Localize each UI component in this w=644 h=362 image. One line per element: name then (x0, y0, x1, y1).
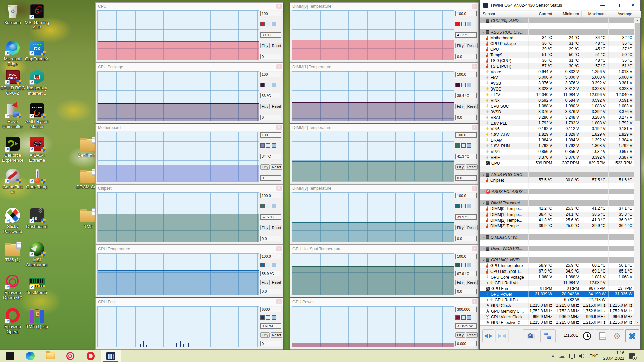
taskbar-opera-button[interactable] (80, 350, 101, 362)
scale-max-input[interactable]: 100 (260, 72, 281, 77)
fit-y-button[interactable]: Fit y (455, 225, 465, 230)
sensor-group-row[interactable]: >Drive: WDS100... (480, 246, 635, 251)
reset-button[interactable]: Reset (466, 332, 478, 338)
desktop-icon-kaspersky[interactable]: ↗KasperskyInternet... (24, 69, 50, 96)
sensor-row[interactable]: DRAM1.384 V1.384 V1.392 V1.384 V (480, 137, 635, 143)
scale-max-input[interactable]: 300.000 (455, 307, 477, 312)
expand-chevron-icon[interactable]: > (486, 281, 490, 285)
grid-color-swatch[interactable] (467, 83, 471, 87)
fit-y-button[interactable]: Fit y (260, 104, 270, 109)
maximize-icon[interactable] (610, 0, 625, 10)
close-icon[interactable]: ✕ (625, 0, 640, 10)
clock-icon[interactable] (580, 329, 594, 342)
fit-y-button[interactable]: Fit y (455, 43, 465, 48)
column-header-current[interactable]: Current (528, 11, 555, 17)
background-color-swatch[interactable] (461, 22, 466, 26)
sensor-row[interactable]: Chipset57.5 °C30.8 °C57.5 °C51.6 °C (480, 177, 635, 183)
scale-min-input[interactable]: 0.0 (455, 289, 477, 294)
grid-color-swatch[interactable] (467, 315, 471, 320)
sensor-group-row[interactable]: vGPU [#0]: NVID... (480, 257, 635, 263)
expand-chevron-icon[interactable]: > (482, 247, 486, 250)
series-color-swatch[interactable] (260, 315, 265, 320)
sensor-row[interactable]: CPU SOC1.088 V1.080 V1.088 V1.083 V (480, 103, 635, 109)
fit-y-button[interactable]: Fit y (455, 332, 465, 338)
desktop-icon-amd-ryzen-master[interactable]: RYZEN↗AMD RyzenMaster (24, 102, 50, 129)
close-icon[interactable]: × (276, 4, 282, 9)
expand-chevron-icon[interactable]: > (486, 298, 490, 302)
reset-button[interactable]: Reset (271, 164, 282, 170)
history-back-forward-icon[interactable] (482, 329, 494, 342)
scale-min-input[interactable]: 0.0 (260, 236, 281, 241)
scale-min-input[interactable]: 0.0 (455, 115, 477, 120)
background-color-swatch[interactable] (266, 315, 270, 320)
column-header-maximum[interactable]: Maximum (582, 11, 608, 17)
series-color-swatch[interactable] (455, 263, 460, 267)
screen-magnifier-icon[interactable] (523, 329, 538, 342)
hidden-icons-chevron-icon[interactable]: ∧ (552, 354, 555, 358)
taskbar-clock[interactable]: 1:16 28.04.2021 (603, 351, 624, 361)
scale-min-input[interactable]: 0.0 (260, 289, 281, 294)
reset-button[interactable]: Reset (271, 104, 282, 109)
scale-min-input[interactable]: 0.000 (455, 341, 477, 346)
sensor-row[interactable]: 1.8V_ALW1.829 V1.829 V1.829 V1.829 V (480, 132, 635, 137)
expand-chevron-icon[interactable]: > (482, 190, 486, 193)
desktop-icon-msi-afterburner[interactable]: ↗MSIAfterburner (24, 241, 50, 267)
reset-button[interactable]: Reset (271, 332, 282, 338)
scale-max-input[interactable]: 100.0 (455, 193, 477, 198)
sensor-row[interactable]: 3VCC3.328 V3.312 V3.328 V3.328 V (480, 86, 635, 92)
taskbar-opera-gx-button[interactable] (60, 350, 80, 362)
close-icon[interactable]: × (276, 299, 282, 304)
reset-button[interactable]: Reset (466, 280, 478, 285)
sensor-group-row[interactable]: vASUS ROG CRO... (480, 172, 635, 177)
sensor-row[interactable]: >GPU Rail Vol...11.984 V12.032 V (480, 280, 635, 286)
desktop-icon-gamefirst[interactable]: ↗GameFirst VI (0, 168, 25, 194)
close-icon[interactable]: × (472, 4, 477, 9)
series-color-swatch[interactable] (260, 204, 265, 208)
background-color-swatch[interactable] (461, 204, 466, 208)
sensor-row[interactable]: 3VSB3.376 V3.376 V3.392 V3.376 V (480, 109, 635, 115)
background-color-swatch[interactable] (461, 315, 466, 320)
grid-color-swatch[interactable] (272, 143, 276, 148)
sensor-row[interactable]: GPU Clock1,215.0 MHz1,215.0 MHz1,215.0 M… (480, 303, 635, 308)
reset-button[interactable]: Reset (466, 225, 478, 230)
close-icon[interactable]: × (472, 125, 477, 130)
background-color-swatch[interactable] (266, 22, 270, 26)
background-color-swatch[interactable] (461, 83, 466, 87)
sensor-table-header[interactable]: SensorCurrentMinimumMaximumAverage (480, 11, 641, 18)
network-icon[interactable] (569, 354, 575, 358)
scale-min-input[interactable]: 0.0 (455, 236, 477, 241)
background-color-swatch[interactable] (266, 263, 270, 267)
grid-color-swatch[interactable] (272, 263, 276, 267)
desktop-icon-dashboard[interactable]: ⚙SS↗Dashboard (24, 207, 50, 229)
fit-y-button[interactable]: Fit y (260, 225, 270, 230)
close-icon[interactable]: × (472, 246, 477, 251)
sensor-row[interactable]: VIN80.592 V0.584 V0.592 V0.591 V (480, 98, 635, 103)
sensor-row[interactable]: 1.8V PLL1.792 V1.792 V1.808 V1.792 V (480, 120, 635, 126)
sensor-group-row[interactable]: >S.M.A.R.T.: W... (480, 234, 635, 240)
collapse-chevron-icon[interactable]: v (482, 31, 486, 34)
taskbar-explorer-button[interactable] (40, 350, 60, 362)
series-color-swatch[interactable] (455, 315, 460, 320)
desktop-icon-opera[interactable]: ↗БраузерOpera (0, 307, 25, 334)
scale-min-input[interactable]: 0 (260, 341, 281, 346)
sensor-row[interactable]: Vcore0.944 V0.832 V1.256 V1.013 V (480, 69, 635, 75)
sensor-row[interactable]: DIMM[3] Tempe...39.9 °C25.0 °C39.9 °C36.… (480, 223, 635, 229)
sensor-row[interactable]: TSI0 (CPU)36 °C31 °C48 °C36 °C (480, 58, 635, 63)
scroll-up-icon[interactable]: ▲ (634, 18, 640, 23)
background-color-swatch[interactable] (461, 143, 466, 148)
settings-gear-icon[interactable]: ⚙ (610, 329, 624, 342)
volume-icon[interactable] (579, 354, 585, 358)
sensor-row[interactable]: VIN90.856 V0.856 V1.032 V0.897 V (480, 149, 635, 155)
desktop-icon-sticky-password[interactable]: ↗StickyPassword (0, 207, 25, 234)
scale-max-input[interactable]: 100.0 (455, 254, 477, 259)
sensor-row[interactable]: GPU Effective C...1,215.0 MHz1,215.0 MHz… (480, 320, 635, 325)
sensor-row[interactable]: GPU Fan0 RPM0 RPM987 RPM13 RPM (480, 286, 635, 291)
scale-max-input[interactable]: 100 (260, 11, 281, 16)
close-icon[interactable]: × (472, 186, 477, 191)
sensor-row[interactable]: >GPU Rail Po...6.782 W22.713 W (480, 297, 635, 303)
sensor-row[interactable]: GPU Power31.839 W28.942 W34.199 W31.336 … (480, 291, 635, 297)
sensor-row[interactable]: VIN60.192 V0.112 V0.192 V0.181 V (480, 126, 635, 132)
sensor-row[interactable]: CPU39 °C29 °C45 °C37 °C (480, 46, 635, 52)
scale-max-input[interactable]: 100 (260, 132, 281, 138)
grid-color-swatch[interactable] (467, 22, 471, 26)
